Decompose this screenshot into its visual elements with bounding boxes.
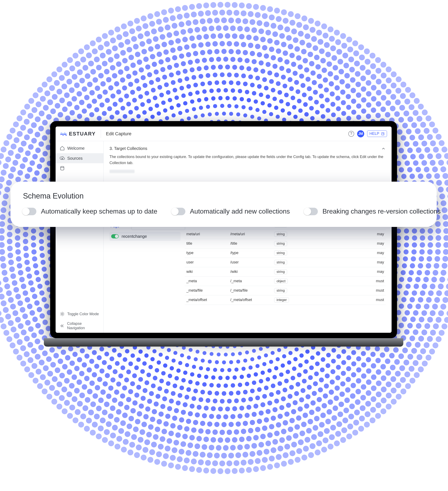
svg-point-2108 <box>177 425 183 430</box>
svg-point-1674 <box>113 102 117 107</box>
svg-point-3019 <box>288 459 294 465</box>
svg-point-1967 <box>37 284 43 289</box>
svg-point-2064 <box>415 277 421 282</box>
collapse-navigation[interactable]: Collapse Navigation <box>56 319 103 333</box>
svg-point-2266 <box>308 419 313 424</box>
svg-point-1384 <box>159 93 164 97</box>
svg-point-1779 <box>154 401 159 406</box>
svg-point-1770 <box>216 414 221 419</box>
svg-point-2994 <box>426 355 431 360</box>
cell-field: type <box>186 251 230 255</box>
svg-point-2018 <box>236 49 241 55</box>
sidebar-item-sources[interactable]: Sources <box>56 153 103 163</box>
svg-point-1393 <box>222 80 226 85</box>
help-circle-icon[interactable]: ? <box>348 131 354 137</box>
toggle-switch[interactable] <box>304 208 318 215</box>
svg-point-944 <box>192 365 196 369</box>
svg-point-2194 <box>255 44 260 49</box>
svg-point-1922 <box>291 409 296 414</box>
svg-point-1610 <box>246 405 251 410</box>
avatar[interactable]: JM <box>357 130 364 137</box>
svg-point-1122 <box>211 96 216 101</box>
svg-point-2293 <box>122 413 128 418</box>
svg-point-3007 <box>364 422 370 427</box>
svg-point-2840 <box>262 457 268 463</box>
svg-point-1753 <box>330 379 335 385</box>
svg-point-2192 <box>241 42 246 47</box>
svg-point-1938 <box>179 417 184 423</box>
svg-point-1246 <box>161 100 166 105</box>
svg-point-2316 <box>23 290 28 296</box>
svg-point-2670 <box>106 421 112 427</box>
svg-point-1181 <box>273 375 277 379</box>
svg-point-2279 <box>218 437 223 443</box>
binding-row[interactable]: recentchange <box>109 232 181 241</box>
svg-point-2588 <box>406 129 412 134</box>
svg-point-2430 <box>409 336 415 341</box>
toggle-switch[interactable] <box>23 208 36 215</box>
svg-point-1319 <box>250 389 255 393</box>
svg-point-2496 <box>28 326 34 332</box>
svg-point-2036 <box>351 99 356 104</box>
svg-point-2346 <box>71 96 77 102</box>
help-button[interactable]: HELP <box>367 131 387 137</box>
svg-point-1786 <box>110 378 116 382</box>
svg-point-1053 <box>274 366 279 370</box>
toggle-switch[interactable] <box>172 208 185 215</box>
svg-point-2959 <box>353 50 359 56</box>
svg-point-1626 <box>136 385 141 389</box>
svg-point-2185 <box>191 43 197 49</box>
svg-point-2902 <box>11 144 17 150</box>
svg-point-2580 <box>371 85 377 91</box>
svg-point-2724 <box>52 94 58 100</box>
svg-point-2814 <box>413 360 419 366</box>
svg-point-2244 <box>413 310 419 316</box>
svg-point-2205 <box>328 71 333 77</box>
svg-point-2873 <box>49 385 55 391</box>
svg-point-1844 <box>181 61 186 66</box>
sidebar-item-welcome[interactable]: Welcome <box>56 143 103 153</box>
svg-point-2737 <box>125 39 131 45</box>
svg-point-2771 <box>354 61 360 66</box>
svg-point-2830 <box>329 434 335 440</box>
svg-point-2645 <box>277 446 283 452</box>
svg-point-1761 <box>279 405 284 410</box>
svg-point-1687 <box>197 66 201 71</box>
svg-point-2455 <box>273 439 278 445</box>
binding-enabled-toggle[interactable] <box>111 234 119 238</box>
svg-point-1617 <box>197 405 201 410</box>
svg-point-1465 <box>220 399 225 404</box>
toggle-color-mode[interactable]: Toggle Color Mode <box>56 309 103 319</box>
svg-point-3147 <box>418 104 424 110</box>
svg-point-1970 <box>33 263 38 268</box>
svg-point-1466 <box>213 399 217 404</box>
chevron-up-icon[interactable] <box>381 146 386 151</box>
svg-point-1975 <box>31 228 36 234</box>
svg-point-2396 <box>385 112 390 117</box>
svg-point-2401 <box>404 141 409 147</box>
sidebar-item-truncated[interactable] <box>56 163 103 173</box>
svg-point-1755 <box>318 387 323 392</box>
svg-point-3134 <box>352 40 358 46</box>
svg-point-1854 <box>252 59 257 64</box>
svg-point-2500 <box>17 300 23 306</box>
svg-point-2864 <box>98 425 104 431</box>
svg-point-1709 <box>341 111 346 116</box>
svg-point-1131 <box>274 106 279 110</box>
svg-point-1918 <box>317 397 322 402</box>
svg-point-3160 <box>61 313 63 315</box>
svg-point-2280 <box>211 437 216 443</box>
svg-point-2536 <box>85 73 90 79</box>
svg-point-2909 <box>36 102 42 107</box>
cell-type: string <box>274 269 311 274</box>
svg-point-2918 <box>80 57 86 62</box>
svg-point-2349 <box>87 82 93 87</box>
svg-point-2616 <box>427 317 433 323</box>
svg-point-2490 <box>50 362 56 368</box>
svg-point-1765 <box>252 412 257 417</box>
svg-point-1337 <box>128 362 133 366</box>
svg-point-2733 <box>100 53 106 58</box>
svg-point-3105 <box>154 11 160 17</box>
svg-point-3062 <box>20 360 26 366</box>
svg-point-2553 <box>195 27 200 33</box>
